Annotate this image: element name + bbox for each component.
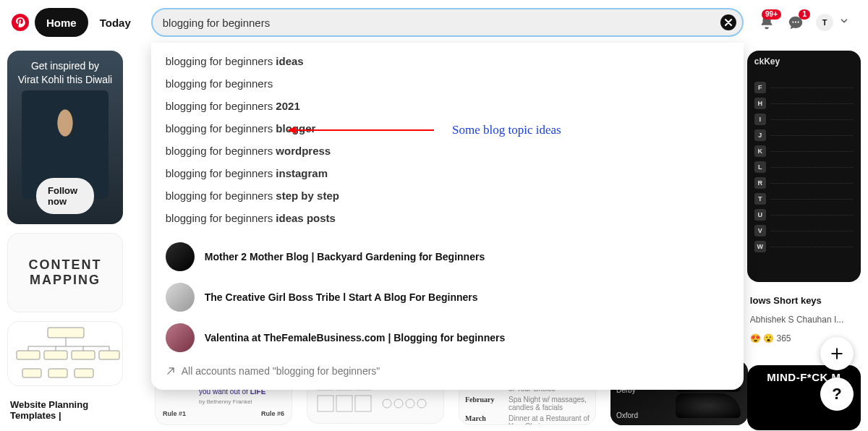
svg-rect-11 (22, 369, 41, 377)
profile-avatar (166, 323, 195, 352)
pin-shortkeys-author: Abhishek S Chauhan I... (747, 315, 861, 325)
svg-rect-7 (17, 351, 40, 359)
help-button[interactable]: ? (820, 377, 854, 411)
pin-flowchart[interactable] (7, 321, 123, 386)
search-suggestion[interactable]: blogging for beginners step by step (151, 184, 744, 207)
search-suggestion[interactable]: blogging for beginners ideas (151, 50, 744, 72)
chevron-down-icon[interactable] (839, 16, 856, 29)
pin-shortkeys-title: lows Short keys (747, 291, 861, 306)
all-accounts-label: All accounts named "blogging for beginne… (182, 365, 380, 377)
profile-suggestion[interactable]: Valentina at TheFemaleBusiness.com | Blo… (151, 317, 744, 358)
svg-rect-12 (48, 369, 67, 377)
account-avatar[interactable]: T (810, 8, 839, 37)
follow-button[interactable]: Follow now (36, 178, 94, 214)
svg-point-29 (417, 399, 426, 408)
message-badge: 1 (799, 9, 810, 20)
plus-icon (830, 346, 844, 361)
svg-point-27 (394, 399, 403, 408)
shortcut-row: R (754, 175, 854, 191)
shortcut-row: L (754, 159, 854, 175)
all-accounts-link[interactable]: All accounts named "blogging for beginne… (151, 358, 744, 380)
pin-kohli[interactable]: Get inspired by Virat Kohli this Diwali … (7, 51, 123, 224)
create-button[interactable] (820, 337, 854, 370)
search-suggestion[interactable]: blogging for beginners ideas posts (151, 207, 744, 229)
svg-rect-13 (75, 369, 93, 377)
profile-name: The Creative Girl Boss Tribe l Start A B… (205, 291, 478, 303)
search-suggestion-dropdown: blogging for beginners ideasblogging for… (151, 43, 744, 390)
svg-point-2 (795, 21, 796, 22)
search-input[interactable] (163, 17, 716, 29)
pinterest-logo-icon[interactable] (12, 14, 29, 31)
profile-avatar (166, 242, 195, 271)
nav-today[interactable]: Today (88, 8, 142, 37)
search-suggestion[interactable]: blogging for beginners instagram (151, 162, 744, 184)
svg-rect-25 (355, 396, 371, 411)
pin-kohli-title: Get inspired by Virat Kohli this Diwali (7, 59, 123, 87)
profile-avatar (166, 283, 195, 312)
shortcut-row: W (754, 239, 854, 255)
notifications-icon[interactable]: 99+ (752, 8, 781, 37)
shortcut-row: U (754, 207, 854, 223)
svg-rect-9 (72, 351, 95, 359)
search-suggestion[interactable]: blogging for beginners wordpress (151, 140, 744, 162)
svg-point-28 (406, 399, 414, 408)
question-icon: ? (832, 385, 841, 404)
svg-point-3 (798, 21, 799, 22)
shortcut-row: F (754, 80, 854, 95)
search-suggestion[interactable]: blogging for beginners blogger (151, 117, 744, 140)
search-suggestion[interactable]: blogging for beginners (151, 72, 744, 95)
notification-badge: 99+ (762, 9, 781, 20)
svg-rect-8 (44, 351, 67, 359)
search-suggestion[interactable]: blogging for beginners 2021 (151, 95, 744, 117)
shortcut-row: K (754, 143, 854, 159)
nav-home[interactable]: Home (35, 8, 88, 37)
pin-shortkeys[interactable]: ckKey FHIJKLRTUVW (747, 51, 861, 282)
pin-content-mapping[interactable]: CONTENT MAPPING (7, 233, 123, 312)
arrow-up-right-icon (166, 366, 176, 376)
svg-point-1 (792, 21, 793, 22)
shortcut-row: V (754, 223, 854, 239)
search-clear-icon[interactable] (720, 14, 736, 30)
messages-icon[interactable]: 1 (781, 8, 810, 37)
shortcut-row: H (754, 95, 854, 111)
svg-rect-23 (318, 396, 333, 411)
profile-suggestion[interactable]: The Creative Girl Boss Tribe l Start A B… (151, 277, 744, 317)
svg-point-26 (383, 399, 391, 408)
shortcut-row: I (754, 111, 854, 127)
pin-caption: Website Planning Templates | (7, 395, 123, 421)
profile-name: Valentina at TheFemaleBusiness.com | Blo… (205, 332, 505, 343)
shortcut-row: T (754, 191, 854, 207)
svg-rect-10 (99, 351, 119, 359)
top-header: Home Today blogging for beginners ideasb… (0, 0, 868, 45)
profile-name: Mother 2 Mother Blog | Backyard Gardenin… (205, 251, 485, 263)
profile-suggestion[interactable]: Mother 2 Mother Blog | Backyard Gardenin… (151, 236, 744, 277)
shortcut-row: J (754, 127, 854, 143)
search-wrap: blogging for beginners ideasblogging for… (151, 8, 744, 37)
search-box[interactable] (151, 8, 744, 37)
svg-rect-6 (48, 328, 84, 338)
svg-rect-24 (336, 396, 352, 411)
